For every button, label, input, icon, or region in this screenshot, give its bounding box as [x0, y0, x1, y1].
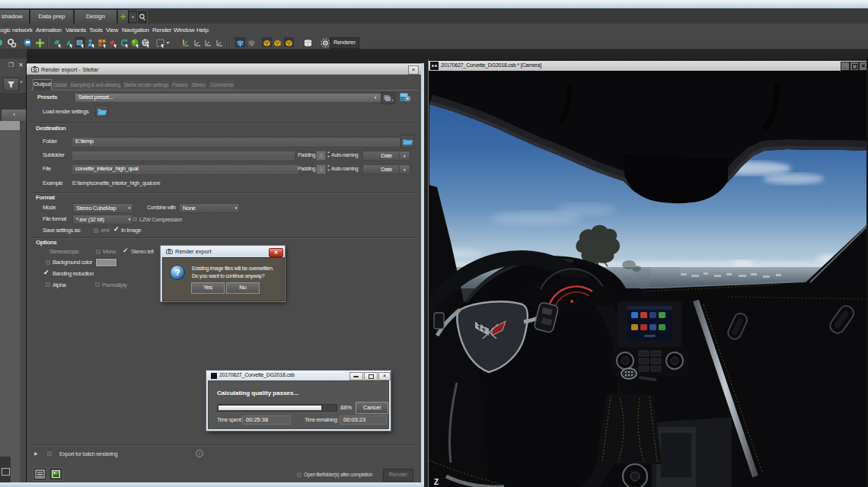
- svg-text:Z: Z: [434, 478, 439, 486]
